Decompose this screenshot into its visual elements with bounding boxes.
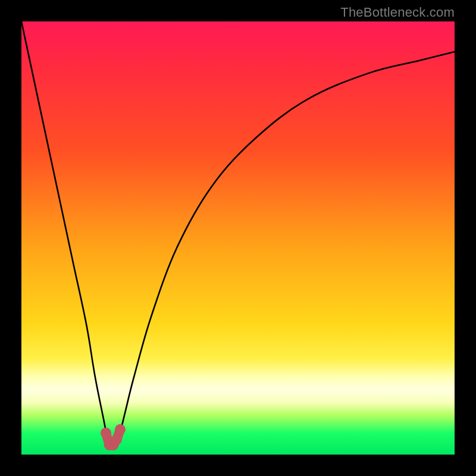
watermark-text: TheBottleneck.com [340,5,455,20]
plot-area [21,21,455,455]
trough-markers [101,424,126,450]
curve-line [21,21,455,446]
trough-marker-dot [101,428,111,439]
trough-marker-dot [111,434,122,445]
bottleneck-curve [21,21,455,446]
trough-marker-dot [115,424,126,435]
curve-svg [21,21,455,455]
chart-frame: TheBottleneck.com [0,0,476,476]
